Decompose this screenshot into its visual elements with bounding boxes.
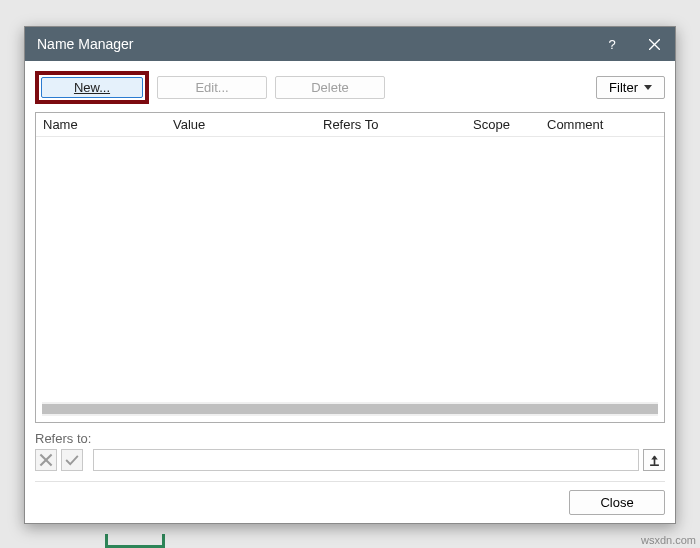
collapse-dialog-button[interactable] [643, 449, 665, 471]
help-button[interactable]: ? [591, 27, 633, 61]
list-header: Name Value Refers To Scope Comment [36, 113, 664, 137]
collapse-icon [649, 455, 660, 466]
x-icon [39, 453, 53, 467]
refers-to-input[interactable] [93, 449, 639, 471]
chevron-down-icon [644, 85, 652, 90]
toolbar: New... Edit... Delete Filter [35, 71, 665, 104]
column-value[interactable]: Value [166, 116, 316, 133]
svg-marker-5 [651, 455, 658, 459]
scrollbar-thumb[interactable] [42, 404, 658, 414]
new-button-label: New... [74, 80, 110, 95]
new-button[interactable]: New... [41, 77, 143, 98]
check-icon [65, 453, 79, 467]
dialog-body: New... Edit... Delete Filter Name Value … [25, 61, 675, 523]
watermark: wsxdn.com [641, 534, 696, 546]
close-button[interactable]: Close [569, 490, 665, 515]
name-manager-dialog: Name Manager ? New... Edit... Delete Fil… [24, 26, 676, 524]
titlebar: Name Manager ? [25, 27, 675, 61]
close-icon [649, 39, 660, 50]
names-list: Name Value Refers To Scope Comment [35, 112, 665, 423]
list-body[interactable] [36, 137, 664, 402]
refers-to-label: Refers to: [35, 431, 665, 446]
refers-to-section: Refers to: [35, 431, 665, 471]
accept-reference-button[interactable] [61, 449, 83, 471]
cancel-reference-button[interactable] [35, 449, 57, 471]
background-decor [105, 534, 165, 548]
help-icon: ? [608, 37, 615, 52]
edit-button[interactable]: Edit... [157, 76, 267, 99]
column-name[interactable]: Name [36, 116, 166, 133]
refers-to-row [35, 449, 665, 471]
column-refers-to[interactable]: Refers To [316, 116, 466, 133]
filter-button[interactable]: Filter [596, 76, 665, 99]
column-comment[interactable]: Comment [540, 116, 664, 133]
horizontal-scrollbar[interactable] [42, 402, 658, 416]
column-scope[interactable]: Scope [466, 116, 540, 133]
close-window-button[interactable] [633, 27, 675, 61]
filter-button-label: Filter [609, 80, 638, 95]
new-button-highlight: New... [35, 71, 149, 104]
dialog-title: Name Manager [37, 36, 591, 52]
delete-button[interactable]: Delete [275, 76, 385, 99]
dialog-footer: Close [35, 481, 665, 515]
